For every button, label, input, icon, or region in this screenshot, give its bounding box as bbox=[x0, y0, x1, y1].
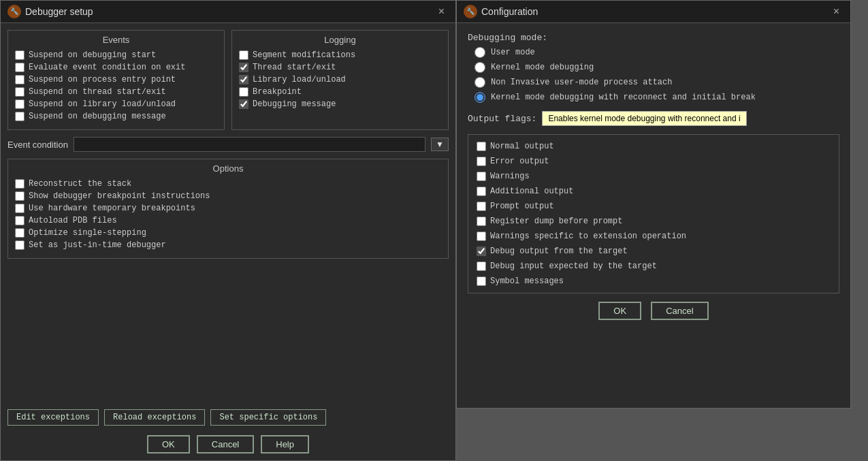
options-title: Options bbox=[15, 163, 441, 174]
debugger-content: Events Suspend on debugging start Evalua… bbox=[1, 23, 455, 460]
user-mode-radio[interactable] bbox=[475, 47, 485, 58]
suspend-debug-msg-checkbox[interactable] bbox=[15, 112, 25, 121]
show-bp-instructions-checkbox[interactable] bbox=[15, 191, 25, 201]
mode-item-1: Kernel mode debugging bbox=[475, 62, 839, 73]
log-segment-label: Segment modifications bbox=[253, 50, 355, 60]
optimize-stepping-label: Optimize single-stepping bbox=[29, 228, 146, 238]
help-button[interactable]: Help bbox=[261, 435, 309, 454]
flag-item-7: Debug output from the target bbox=[477, 245, 831, 257]
flag-item-4: Prompt output bbox=[477, 200, 831, 212]
suspend-process-entry-label: Suspend on process entry point bbox=[29, 75, 176, 84]
opt-item-2: Use hardware temporary breakpoints bbox=[15, 202, 441, 214]
event-condition-row: Event condition ▼ bbox=[7, 137, 449, 152]
autoload-pdb-label: Autoload PDB files bbox=[29, 216, 117, 225]
kernel-reconnect-radio[interactable] bbox=[475, 92, 485, 103]
suspend-library-checkbox[interactable] bbox=[15, 99, 25, 109]
user-mode-label: User mode bbox=[491, 48, 535, 57]
log-debug-msg-label: Debugging message bbox=[253, 99, 336, 109]
set-specific-button[interactable]: Set specific options bbox=[210, 409, 326, 426]
flag-item-9: Symbol messages bbox=[477, 275, 831, 287]
log-breakpoint-checkbox[interactable] bbox=[239, 87, 248, 97]
eval-event-cond-checkbox[interactable] bbox=[15, 63, 25, 72]
opt-item-1: Show debugger breakpoint instructions bbox=[15, 190, 441, 202]
reload-exceptions-button[interactable]: Reload exceptions bbox=[104, 409, 205, 426]
log-segment-checkbox[interactable] bbox=[239, 50, 248, 60]
mode-item-3: Kernel mode debugging with reconnect and… bbox=[475, 92, 839, 103]
non-invasive-radio[interactable] bbox=[475, 77, 485, 88]
config-icon: 🔧 bbox=[464, 5, 477, 18]
suspend-debug-start-label: Suspend on debugging start bbox=[29, 50, 156, 60]
suspend-debug-start-checkbox[interactable] bbox=[15, 50, 25, 60]
log-item-4: Debugging message bbox=[239, 98, 441, 110]
log-item-3: Breakpoint bbox=[239, 86, 441, 98]
additional-output-label: Additional output bbox=[490, 187, 573, 196]
debugger-close-button[interactable]: × bbox=[434, 5, 449, 18]
suspend-process-entry-checkbox[interactable] bbox=[15, 75, 25, 84]
log-library-checkbox[interactable] bbox=[239, 75, 248, 84]
optimize-stepping-checkbox[interactable] bbox=[15, 228, 25, 238]
ok-cancel-row: OK Cancel Help bbox=[7, 435, 449, 454]
debug-input-target-checkbox[interactable] bbox=[477, 261, 486, 271]
event-condition-dropdown[interactable]: ▼ bbox=[431, 138, 449, 151]
configuration-dialog: 🔧 Configuration × Debugging mode: User m… bbox=[456, 0, 851, 409]
register-dump-checkbox[interactable] bbox=[477, 217, 486, 226]
opt-item-0: Reconstruct the stack bbox=[15, 178, 441, 190]
suspend-thread-checkbox[interactable] bbox=[15, 87, 25, 97]
error-output-label: Error output bbox=[490, 157, 549, 166]
hw-temp-bp-label: Use hardware temporary breakpoints bbox=[29, 204, 195, 213]
log-item-2: Library load/unload bbox=[239, 74, 441, 86]
opt-item-3: Autoload PDB files bbox=[15, 214, 441, 227]
mode-item-2: Non Invasive user-mode process attach bbox=[475, 77, 839, 88]
prompt-output-checkbox[interactable] bbox=[477, 202, 486, 211]
debugger-title-bar: 🔧 Debugger setup × bbox=[1, 1, 455, 23]
log-thread-label: Thread start/exit bbox=[253, 63, 336, 72]
log-thread-checkbox[interactable] bbox=[239, 63, 248, 72]
config-cancel-button[interactable]: Cancel bbox=[651, 302, 708, 320]
show-bp-instructions-label: Show debugger breakpoint instructions bbox=[29, 191, 210, 201]
events-panel: Events Suspend on debugging start Evalua… bbox=[7, 30, 225, 130]
symbol-messages-checkbox[interactable] bbox=[477, 276, 486, 286]
debugging-mode-label: Debugging mode: bbox=[468, 33, 839, 43]
reconstruct-stack-checkbox[interactable] bbox=[15, 179, 25, 189]
suspend-debug-msg-label: Suspend on debugging message bbox=[29, 112, 166, 121]
debug-output-target-checkbox[interactable] bbox=[477, 247, 486, 256]
autoload-pdb-checkbox[interactable] bbox=[15, 216, 25, 225]
non-invasive-label: Non Invasive user-mode process attach bbox=[491, 78, 672, 87]
event-item-1: Evaluate event condition on exit bbox=[15, 61, 217, 74]
tooltip-box: Enables kernel mode debugging with recon… bbox=[542, 111, 746, 126]
cancel-button[interactable]: Cancel bbox=[197, 435, 254, 454]
event-item-2: Suspend on process entry point bbox=[15, 74, 217, 86]
set-jit-checkbox[interactable] bbox=[15, 240, 25, 250]
log-debug-msg-checkbox[interactable] bbox=[239, 99, 248, 109]
debugger-setup-dialog: 🔧 Debugger setup × Events Suspend on deb… bbox=[0, 0, 456, 461]
normal-output-label: Normal output bbox=[490, 142, 554, 151]
ext-warnings-checkbox[interactable] bbox=[477, 232, 486, 241]
config-close-button[interactable]: × bbox=[829, 5, 843, 18]
flag-item-1: Error output bbox=[477, 155, 831, 168]
events-title: Events bbox=[15, 35, 217, 45]
additional-output-checkbox[interactable] bbox=[477, 187, 486, 196]
event-item-4: Suspend on library load/unload bbox=[15, 98, 217, 110]
event-condition-input[interactable] bbox=[74, 137, 425, 152]
config-title-bar: 🔧 Configuration × bbox=[457, 1, 850, 23]
warnings-checkbox[interactable] bbox=[477, 172, 486, 181]
top-panels: Events Suspend on debugging start Evalua… bbox=[7, 30, 449, 130]
ok-button[interactable]: OK bbox=[147, 435, 190, 454]
hw-temp-bp-checkbox[interactable] bbox=[15, 204, 25, 213]
symbol-messages-label: Symbol messages bbox=[490, 276, 564, 286]
mode-item-0: User mode bbox=[475, 47, 839, 58]
flag-item-0: Normal output bbox=[477, 140, 831, 153]
opt-item-4: Optimize single-stepping bbox=[15, 227, 441, 239]
suspend-library-label: Suspend on library load/unload bbox=[29, 99, 176, 109]
set-jit-label: Set as just-in-time debugger bbox=[29, 240, 166, 250]
flag-item-6: Warnings specific to extension operation bbox=[477, 230, 831, 242]
kernel-mode-label: Kernel mode debugging bbox=[491, 63, 594, 72]
edit-exceptions-button[interactable]: Edit exceptions bbox=[7, 409, 99, 426]
error-output-checkbox[interactable] bbox=[477, 157, 486, 166]
event-condition-label: Event condition bbox=[7, 140, 68, 150]
register-dump-label: Register dump before prompt bbox=[490, 217, 622, 226]
kernel-mode-radio[interactable] bbox=[475, 62, 485, 73]
normal-output-checkbox[interactable] bbox=[477, 142, 486, 151]
config-ok-button[interactable]: OK bbox=[598, 302, 641, 320]
radio-group: User mode Kernel mode debugging Non Inva… bbox=[468, 47, 839, 103]
